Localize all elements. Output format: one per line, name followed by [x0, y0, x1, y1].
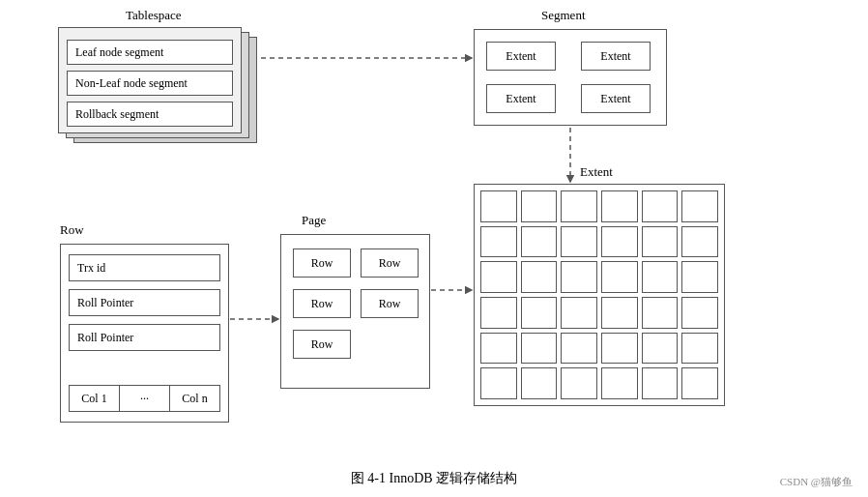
- extent-page-cell: [480, 226, 517, 258]
- page-row-5: Row: [293, 330, 351, 359]
- stack-card-front: Leaf node segment Non-Leaf node segment …: [58, 27, 242, 133]
- row-box: Trx id Roll Pointer Roll Pointer Col 1 ·…: [60, 244, 229, 423]
- segment-extent-4: Extent: [581, 84, 651, 113]
- extent-page-cell: [521, 367, 558, 399]
- col-row: Col 1 ··· Col n: [69, 385, 220, 412]
- extent-page-cell: [480, 261, 517, 293]
- tablespace-row-3: Rollback segment: [67, 102, 233, 127]
- extent-page-cell: [642, 333, 679, 365]
- extent-page-cell: [681, 261, 718, 293]
- page-box: Row Row Row Row Row: [280, 234, 430, 389]
- watermark: CSDN @猫够鱼: [780, 475, 853, 489]
- extent-page-cell: [601, 226, 638, 258]
- extent-page-cell: [561, 226, 597, 258]
- extent-page-cell: [642, 367, 679, 399]
- row-field-rollptr1: Roll Pointer: [69, 289, 220, 316]
- segment-extent-2: Extent: [581, 42, 651, 71]
- page-row-2: Row: [361, 248, 419, 278]
- segment-label: Segment: [541, 8, 586, 23]
- extent-page-cell: [561, 367, 597, 399]
- extent-page-cell: [642, 261, 679, 293]
- page-label: Page: [302, 213, 326, 228]
- extent-page-cell: [601, 297, 638, 329]
- extent-page-cell: [480, 367, 517, 399]
- extent-page-cell: [521, 261, 558, 293]
- extent-page-cell: [561, 190, 597, 222]
- extent-page-cell: [561, 297, 597, 329]
- extent-page-cell: [561, 333, 597, 365]
- extent-page-cell: [681, 226, 718, 258]
- extent-page-cell: [561, 261, 597, 293]
- extent-page-cell: [681, 190, 718, 222]
- page-row-3: Row: [293, 289, 351, 318]
- extent-page-cell: [642, 226, 679, 258]
- page-row-1: Row: [293, 248, 351, 278]
- tablespace-row-1: Leaf node segment: [67, 40, 233, 65]
- extent-page-cell: [601, 190, 638, 222]
- extent-page-cell: [521, 226, 558, 258]
- extent-page-cell: [601, 261, 638, 293]
- extent-page-cell: [681, 333, 718, 365]
- segment-extent-1: Extent: [486, 42, 556, 71]
- page-row-4: Row: [361, 289, 419, 318]
- extent-page-cell: [642, 190, 679, 222]
- extent-page-cell: [521, 297, 558, 329]
- main-container: Tablespace Leaf node segment Non-Leaf no…: [0, 0, 868, 497]
- col-1: Col 1: [70, 386, 120, 411]
- col-n: Col n: [170, 386, 219, 411]
- tablespace-stack: Leaf node segment Non-Leaf node segment …: [58, 27, 261, 182]
- row-field-rollptr2: Roll Pointer: [69, 324, 220, 351]
- row-label: Row: [60, 222, 84, 238]
- segment-box: Extent Extent Extent Extent: [474, 29, 667, 126]
- tablespace-label: Tablespace: [126, 8, 182, 23]
- caption: 图 4-1 InnoDB 逻辑存储结构: [0, 470, 868, 487]
- col-dots: ···: [120, 386, 170, 411]
- extent-page-cell: [681, 297, 718, 329]
- segment-extent-3: Extent: [486, 84, 556, 113]
- extent-page-cell: [681, 367, 718, 399]
- extent-page-cell: [601, 333, 638, 365]
- extent-page-cell: [521, 190, 558, 222]
- extent-page-cell: [480, 190, 517, 222]
- extent-page-cell: [480, 297, 517, 329]
- extent-page-cell: [601, 367, 638, 399]
- extent-page-cell: [521, 333, 558, 365]
- extent-box: [474, 184, 725, 406]
- extent-label: Extent: [580, 164, 613, 180]
- row-field-trxid: Trx id: [69, 254, 220, 281]
- extent-page-cell: [642, 297, 679, 329]
- tablespace-row-2: Non-Leaf node segment: [67, 71, 233, 96]
- extent-page-cell: [480, 333, 517, 365]
